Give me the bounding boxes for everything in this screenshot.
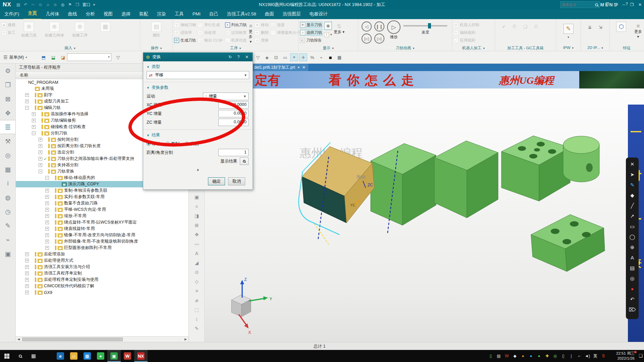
gc-tool-icon[interactable]: ❏ <box>521 22 529 31</box>
menu-tab[interactable]: 电极设计 <box>305 9 332 19</box>
tree-expander[interactable]: + <box>25 278 29 282</box>
annotation-tool-icon[interactable]: ↶ <box>627 294 637 304</box>
snap-tool-icon[interactable]: % <box>308 53 316 61</box>
go-start-icon[interactable]: |◁ <box>362 34 372 44</box>
selection-filter-combo[interactable]: ▾ <box>67 53 111 61</box>
snap-tool-icon[interactable]: ▽ <box>254 53 262 61</box>
tree-expander[interactable]: − <box>45 176 49 180</box>
menu-tab[interactable]: 自己 <box>205 9 223 19</box>
taskbar-app-icon[interactable]: ▦ <box>80 350 94 362</box>
tree-expander[interactable]: − <box>32 131 36 135</box>
create-tool-button[interactable]: ⊕创建刀具 <box>17 20 41 38</box>
undo-icon[interactable]: ↶ <box>22 2 30 7</box>
window-icon[interactable]: ❐ <box>74 2 81 7</box>
window-menu[interactable]: 窗口 <box>83 2 91 8</box>
params-section-header[interactable]: ▼变换参数 <box>147 85 249 90</box>
tree-item[interactable]: + 外部镜像-常用-不改变顺逆铣和切削角度 <box>16 238 189 245</box>
tray-icon[interactable]: ◆ <box>511 354 519 358</box>
dialog-close-icon[interactable]: ✕ <box>244 55 250 59</box>
tree-item[interactable]: + 后处理添加 <box>16 251 189 257</box>
annotation-tool-icon[interactable]: ▤ <box>627 263 637 273</box>
mic-icon[interactable]: ◍ <box>59 2 66 7</box>
gc-tool-icon[interactable]: ✔ <box>500 22 508 31</box>
paste-icon[interactable]: ⧈ <box>44 2 52 7</box>
tray-icon[interactable]: ▯ <box>559 354 567 358</box>
tray-icon[interactable]: ● <box>535 354 543 358</box>
cut-icon[interactable]: ✄ <box>30 2 37 7</box>
scroll-thumb[interactable] <box>22 338 123 341</box>
resource-bar-icon[interactable]: ⊠ <box>0 92 16 106</box>
repeat-icon[interactable]: ⊕ <box>52 2 59 7</box>
snap-tool-icon[interactable]: ⊡ <box>272 53 280 61</box>
resource-bar-icon[interactable]: ⚙ <box>0 64 16 78</box>
go-end-icon[interactable]: ▷| <box>374 34 384 44</box>
menu-tab[interactable]: 曲面 <box>261 9 278 19</box>
annotation-tool-icon[interactable]: ▭ <box>627 221 637 232</box>
tray-icon[interactable]: ▤ <box>495 354 502 358</box>
list-toolpath-button[interactable]: ⚡列出刀轨 <box>225 21 247 28</box>
tree-expander[interactable]: − <box>25 106 29 110</box>
tree-item[interactable]: + 浩强工具安装方法与介绍 <box>16 264 189 270</box>
annotation-tool-icon[interactable]: ✕ <box>627 159 637 169</box>
start-button[interactable] <box>0 350 13 362</box>
tree-item[interactable]: + 平移-WCS方向定-常用 <box>16 206 189 213</box>
resource-bar-icon[interactable]: ⚒ <box>0 134 16 148</box>
menu-tab[interactable]: 分析 <box>82 9 99 19</box>
save-icon[interactable]: ▤ <box>15 2 22 7</box>
minimize-ribbon-icon[interactable]: ∧ <box>615 2 619 6</box>
menu-tab[interactable]: 几何体 <box>41 9 64 19</box>
taskbar-app-icon[interactable]: ▣ <box>107 350 121 362</box>
modeling-button[interactable]: ◆建模 <box>1 21 15 28</box>
annotation-tool-icon[interactable]: A <box>627 252 637 263</box>
create-geometry-button[interactable]: ⊕创建几何体 <box>42 20 66 38</box>
menu-tab[interactable]: 浩强图层 <box>278 9 305 19</box>
viewport-tool-icon[interactable]: ⬚ <box>189 305 205 314</box>
tray-icon[interactable]: | <box>568 354 575 358</box>
resource-bar-icon[interactable]: ◷ <box>0 204 16 219</box>
annotation-tool-icon[interactable]: ➤ <box>627 169 637 180</box>
tray-icon[interactable]: ⌐ <box>576 354 583 358</box>
dialog-title-bar[interactable]: ⚙ 变换 ↻ ? ✕ <box>143 53 253 61</box>
create-program-button[interactable]: ▦ <box>93 20 117 33</box>
scroll-left-icon[interactable]: ◀ <box>16 338 21 341</box>
edit-rules-button[interactable]: ✎编辑规则 <box>453 29 479 36</box>
annotation-tool-icon[interactable]: ◆ <box>627 190 637 200</box>
tree-item[interactable]: + 后处理程序单定制安装与使用 <box>16 277 189 283</box>
resource-bar-icon[interactable]: i <box>0 176 16 190</box>
properties-button[interactable]: ▤属性 <box>144 20 168 38</box>
resource-bar-icon[interactable]: ❐ <box>0 78 16 92</box>
menu-tab[interactable]: 主页 <box>23 9 41 20</box>
group-label-2dip[interactable]: 2D IP...▾ <box>581 46 609 51</box>
taskbar-app-icon[interactable]: ▱ <box>67 350 80 362</box>
scroll-right-icon[interactable]: ▶ <box>183 338 189 341</box>
tree-expander[interactable]: + <box>25 272 29 275</box>
resource-bar-icon[interactable]: ◎ <box>0 148 16 162</box>
tree-item[interactable]: + 镜像-不常用-改变方向与切削轨迹-常用 <box>16 232 189 238</box>
menu-tab[interactable]: 曲线 <box>64 9 82 19</box>
tree-expander[interactable]: + <box>45 227 49 231</box>
type-dropdown[interactable]: ⇄ 平移 ▼ <box>147 71 249 79</box>
viewport-tool-icon[interactable]: ◨ <box>189 211 205 221</box>
toolpath-report-button[interactable]: ⎗刀轨报告 <box>300 37 322 44</box>
zc-increment-field[interactable]: 0.0000 <box>218 119 249 126</box>
generate-toolpath-button[interactable]: ⟳生成刀轨 <box>174 37 196 44</box>
snap-tool-icon[interactable]: ⌁ <box>317 53 325 61</box>
tree-item[interactable]: + 绕直线旋转-常用 <box>16 226 189 232</box>
postprocess-button[interactable]: ⎘后处理 <box>198 29 223 36</box>
gouge-check-button[interactable]: ☑过切检查 <box>225 29 247 36</box>
annotation-tool-icon[interactable]: ⊕ <box>627 242 637 252</box>
tool-display-button[interactable]: ⊺▾ <box>324 31 332 38</box>
move-button[interactable]: ✥移动 <box>255 21 269 28</box>
annotation-tool-icon[interactable]: ✎ <box>627 180 637 190</box>
tab-close-icon[interactable]: ✕ <box>302 65 306 70</box>
dialog-collapse-icon[interactable]: ▲ <box>143 168 253 171</box>
group-label-ipw[interactable]: IPW▾ <box>556 46 581 51</box>
tree-expander[interactable]: + <box>39 150 42 154</box>
tree-expander[interactable]: + <box>25 93 29 97</box>
window-caret-icon[interactable]: ▾ <box>91 2 98 7</box>
snap-tool-icon[interactable]: ▭ <box>281 53 289 61</box>
resource-bar-icon[interactable]: ✎ <box>0 219 16 233</box>
tree-expander[interactable]: + <box>32 119 36 122</box>
delete-button[interactable]: ✕删除 <box>255 29 269 36</box>
tray-icon[interactable]: ● <box>519 354 527 358</box>
